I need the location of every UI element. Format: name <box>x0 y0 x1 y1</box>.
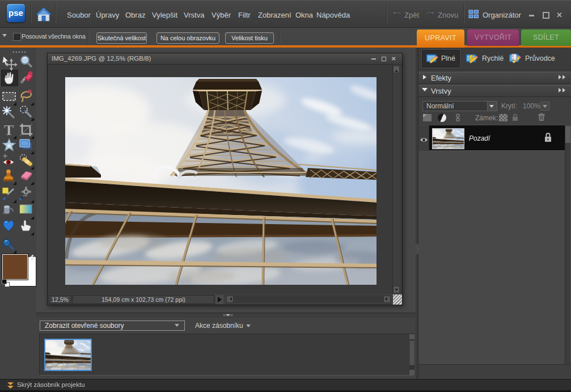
svg-text:T: T <box>4 122 14 138</box>
svg-text:2: 2 <box>512 57 514 61</box>
